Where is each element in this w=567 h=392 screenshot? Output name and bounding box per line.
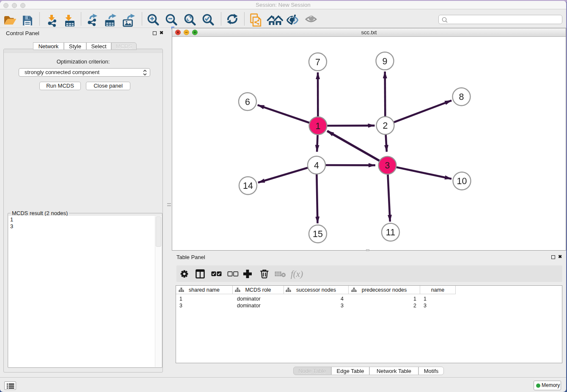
- svg-text:6: 6: [245, 97, 250, 107]
- svg-text:4: 4: [314, 160, 319, 171]
- svg-text:15: 15: [313, 229, 323, 239]
- svg-text:14: 14: [243, 181, 253, 191]
- svg-text:2: 2: [383, 121, 388, 131]
- svg-text:3: 3: [385, 160, 390, 171]
- svg-text:f(x): f(x): [291, 269, 303, 279]
- svg-text:1: 1: [315, 121, 320, 131]
- svg-text:9: 9: [382, 56, 387, 66]
- svg-text:10: 10: [457, 176, 467, 186]
- svg-text:7: 7: [315, 57, 320, 67]
- svg-text:11: 11: [385, 227, 395, 237]
- svg-text:8: 8: [459, 92, 464, 102]
